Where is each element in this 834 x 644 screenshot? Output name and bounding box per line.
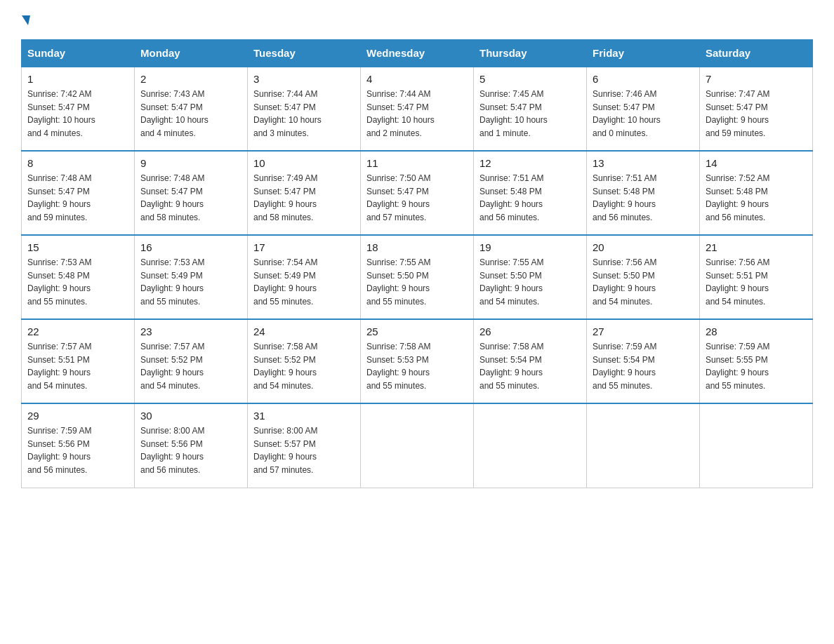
day-number: 31 [253,410,355,422]
calendar-header: SundayMondayTuesdayWednesdayThursdayFrid… [22,40,813,67]
day-info: Sunrise: 7:42 AMSunset: 5:47 PMDaylight:… [27,89,95,138]
day-header-sunday: Sunday [22,40,135,67]
calendar-cell: 13 Sunrise: 7:51 AMSunset: 5:48 PMDaylig… [587,151,700,235]
day-number: 13 [593,157,694,169]
calendar-cell: 26 Sunrise: 7:58 AMSunset: 5:54 PMDaylig… [474,319,587,403]
day-number: 9 [140,157,241,169]
day-number: 28 [706,326,807,337]
day-number: 15 [27,241,128,253]
day-info: Sunrise: 7:53 AMSunset: 5:48 PMDaylight:… [27,257,91,307]
day-header-wednesday: Wednesday [361,40,474,67]
day-info: Sunrise: 7:59 AMSunset: 5:56 PMDaylight:… [27,426,91,475]
day-number: 14 [706,157,807,169]
day-info: Sunrise: 7:53 AMSunset: 5:49 PMDaylight:… [140,257,204,307]
calendar-cell: 30 Sunrise: 8:00 AMSunset: 5:56 PMDaylig… [135,403,248,488]
day-info: Sunrise: 7:56 AMSunset: 5:50 PMDaylight:… [593,257,656,307]
day-info: Sunrise: 7:52 AMSunset: 5:48 PMDaylight:… [706,173,769,222]
day-number: 4 [366,73,468,85]
day-info: Sunrise: 7:58 AMSunset: 5:54 PMDaylight:… [479,342,543,391]
day-info: Sunrise: 7:49 AMSunset: 5:47 PMDaylight:… [253,173,317,222]
calendar-cell: 6 Sunrise: 7:46 AMSunset: 5:47 PMDayligh… [587,67,700,151]
calendar-cell: 16 Sunrise: 7:53 AMSunset: 5:49 PMDaylig… [135,235,248,319]
calendar-cell: 14 Sunrise: 7:52 AMSunset: 5:48 PMDaylig… [700,151,813,235]
day-info: Sunrise: 7:59 AMSunset: 5:54 PMDaylight:… [593,342,656,391]
day-number: 29 [27,410,128,422]
calendar-cell [587,403,700,488]
day-info: Sunrise: 7:51 AMSunset: 5:48 PMDaylight:… [479,173,543,222]
calendar-cell: 23 Sunrise: 7:57 AMSunset: 5:52 PMDaylig… [135,319,248,403]
page-header [21,14,813,25]
calendar-cell: 20 Sunrise: 7:56 AMSunset: 5:50 PMDaylig… [587,235,700,319]
calendar-cell: 7 Sunrise: 7:47 AMSunset: 5:47 PMDayligh… [700,67,813,151]
calendar-cell: 12 Sunrise: 7:51 AMSunset: 5:48 PMDaylig… [474,151,587,235]
day-info: Sunrise: 7:47 AMSunset: 5:47 PMDaylight:… [706,89,769,138]
calendar-week-row: 1 Sunrise: 7:42 AMSunset: 5:47 PMDayligh… [22,67,813,151]
day-info: Sunrise: 7:55 AMSunset: 5:50 PMDaylight:… [366,257,430,307]
calendar-cell: 27 Sunrise: 7:59 AMSunset: 5:54 PMDaylig… [587,319,700,403]
day-number: 16 [140,241,241,253]
calendar-cell: 24 Sunrise: 7:58 AMSunset: 5:52 PMDaylig… [248,319,361,403]
logo-arrow-icon [22,15,30,25]
day-info: Sunrise: 7:46 AMSunset: 5:47 PMDaylight:… [593,89,661,138]
day-info: Sunrise: 7:48 AMSunset: 5:47 PMDaylight:… [140,173,204,222]
day-number: 7 [706,73,807,85]
calendar-week-row: 15 Sunrise: 7:53 AMSunset: 5:48 PMDaylig… [22,235,813,319]
calendar-cell: 1 Sunrise: 7:42 AMSunset: 5:47 PMDayligh… [22,67,135,151]
day-number: 21 [706,241,807,253]
day-header-monday: Monday [135,40,248,67]
day-header-row: SundayMondayTuesdayWednesdayThursdayFrid… [22,40,813,67]
calendar-cell: 18 Sunrise: 7:55 AMSunset: 5:50 PMDaylig… [361,235,474,319]
calendar-week-row: 29 Sunrise: 7:59 AMSunset: 5:56 PMDaylig… [22,403,813,488]
day-info: Sunrise: 7:54 AMSunset: 5:49 PMDaylight:… [253,257,317,307]
day-info: Sunrise: 7:43 AMSunset: 5:47 PMDaylight:… [140,89,208,138]
calendar-cell: 21 Sunrise: 7:56 AMSunset: 5:51 PMDaylig… [700,235,813,319]
day-number: 10 [253,157,355,169]
day-info: Sunrise: 7:48 AMSunset: 5:47 PMDaylight:… [27,173,91,222]
day-number: 23 [140,326,241,337]
day-info: Sunrise: 7:44 AMSunset: 5:47 PMDaylight:… [366,89,435,138]
day-number: 5 [479,73,581,85]
day-number: 1 [27,73,128,85]
day-number: 2 [140,73,241,85]
day-number: 25 [366,326,468,337]
day-number: 6 [593,73,694,85]
calendar-cell: 31 Sunrise: 8:00 AMSunset: 5:57 PMDaylig… [248,403,361,488]
calendar-cell: 11 Sunrise: 7:50 AMSunset: 5:47 PMDaylig… [361,151,474,235]
day-info: Sunrise: 7:58 AMSunset: 5:52 PMDaylight:… [253,342,317,391]
calendar-body: 1 Sunrise: 7:42 AMSunset: 5:47 PMDayligh… [22,67,813,488]
calendar-cell: 10 Sunrise: 7:49 AMSunset: 5:47 PMDaylig… [248,151,361,235]
day-info: Sunrise: 7:56 AMSunset: 5:51 PMDaylight:… [706,257,769,307]
calendar-cell: 3 Sunrise: 7:44 AMSunset: 5:47 PMDayligh… [248,67,361,151]
day-number: 30 [140,410,241,422]
day-number: 17 [253,241,355,253]
calendar-cell: 15 Sunrise: 7:53 AMSunset: 5:48 PMDaylig… [22,235,135,319]
calendar-cell [361,403,474,488]
day-info: Sunrise: 7:59 AMSunset: 5:55 PMDaylight:… [706,342,769,391]
calendar-cell [474,403,587,488]
logo [21,14,30,25]
day-header-thursday: Thursday [474,40,587,67]
day-header-tuesday: Tuesday [248,40,361,67]
calendar-cell: 17 Sunrise: 7:54 AMSunset: 5:49 PMDaylig… [248,235,361,319]
calendar-cell: 29 Sunrise: 7:59 AMSunset: 5:56 PMDaylig… [22,403,135,488]
calendar-cell: 4 Sunrise: 7:44 AMSunset: 5:47 PMDayligh… [361,67,474,151]
day-number: 19 [479,241,581,253]
day-info: Sunrise: 7:55 AMSunset: 5:50 PMDaylight:… [479,257,543,307]
day-info: Sunrise: 7:57 AMSunset: 5:51 PMDaylight:… [27,342,91,391]
calendar-cell: 19 Sunrise: 7:55 AMSunset: 5:50 PMDaylig… [474,235,587,319]
day-info: Sunrise: 7:44 AMSunset: 5:47 PMDaylight:… [253,89,322,138]
day-header-saturday: Saturday [700,40,813,67]
day-number: 11 [366,157,468,169]
calendar-cell: 8 Sunrise: 7:48 AMSunset: 5:47 PMDayligh… [22,151,135,235]
day-number: 8 [27,157,128,169]
day-number: 26 [479,326,581,337]
day-number: 24 [253,326,355,337]
calendar-cell: 25 Sunrise: 7:58 AMSunset: 5:53 PMDaylig… [361,319,474,403]
day-info: Sunrise: 7:51 AMSunset: 5:48 PMDaylight:… [593,173,656,222]
day-info: Sunrise: 7:58 AMSunset: 5:53 PMDaylight:… [366,342,430,391]
calendar-week-row: 8 Sunrise: 7:48 AMSunset: 5:47 PMDayligh… [22,151,813,235]
calendar-cell [700,403,813,488]
calendar-cell: 28 Sunrise: 7:59 AMSunset: 5:55 PMDaylig… [700,319,813,403]
day-info: Sunrise: 8:00 AMSunset: 5:57 PMDaylight:… [253,426,317,475]
calendar-cell: 22 Sunrise: 7:57 AMSunset: 5:51 PMDaylig… [22,319,135,403]
